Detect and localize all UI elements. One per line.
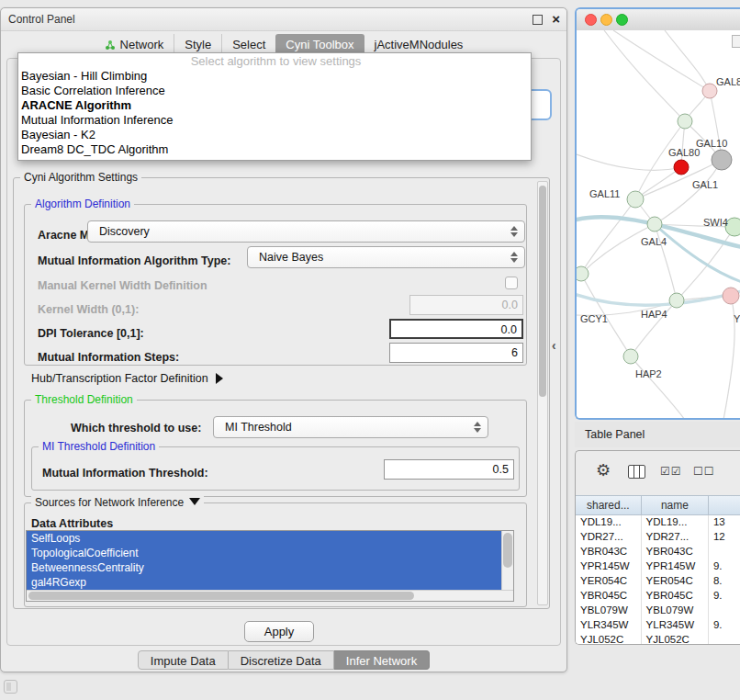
select-all-checkboxes-icon[interactable]: ☑☑ bbox=[660, 465, 682, 478]
algorithm-option[interactable]: Mutual Information Inference bbox=[18, 113, 531, 128]
table-row[interactable]: YDR27...YDR27...12 bbox=[576, 530, 740, 545]
scrollbar-thumb[interactable] bbox=[503, 533, 512, 568]
threshold-definition-title: Threshold Definition bbox=[31, 393, 137, 406]
cell: YLR345W bbox=[576, 618, 642, 633]
network-node-green[interactable] bbox=[669, 293, 684, 308]
gear-icon[interactable]: ⚙ bbox=[596, 460, 611, 480]
settings-vertical-scrollbar[interactable] bbox=[537, 181, 548, 605]
algorithm-definition-title: Algorithm Definition bbox=[31, 198, 134, 210]
network-node-gray[interactable] bbox=[712, 150, 732, 170]
panel-collapse-chevron-icon[interactable]: ‹ bbox=[552, 338, 556, 353]
table-row[interactable]: YLR345WYLR345W9. bbox=[576, 618, 740, 633]
algorithm-option-selected[interactable]: ARACNE Algorithm bbox=[18, 98, 531, 113]
table-row[interactable]: YER054CYER054C8. bbox=[576, 574, 740, 589]
table-panel-window: ⚙ ☑☑ ☐☐ shared... name YDL19...YDL19...1… bbox=[575, 450, 740, 645]
network-node-green[interactable] bbox=[678, 114, 692, 129]
close-icon[interactable]: × bbox=[552, 11, 560, 27]
hub-section-toggle[interactable]: Hub/Transcription Factor Definition bbox=[31, 372, 223, 385]
table-row[interactable]: YBR043CYBR043C bbox=[576, 545, 740, 559]
attribute-list-horizontal-scrollbar[interactable] bbox=[27, 590, 513, 601]
table-panel-title: Table Panel bbox=[585, 428, 645, 441]
tab-impute-data[interactable]: Impute Data bbox=[138, 650, 229, 670]
attribute-list-vertical-scrollbar[interactable] bbox=[501, 531, 513, 590]
desktop: Control Panel × Network Style Select Cyn… bbox=[0, 0, 740, 700]
table-row[interactable]: YBL079WYBL079W bbox=[576, 604, 740, 618]
node-label: GAL11 bbox=[589, 188, 620, 199]
cell: 12 bbox=[709, 530, 740, 545]
zoom-traffic-light[interactable] bbox=[616, 14, 628, 26]
column-header-clipped[interactable] bbox=[709, 496, 740, 514]
aracne-mode-value: Discovery bbox=[88, 225, 507, 238]
mi-threshold-field[interactable]: 0.5 bbox=[384, 459, 514, 480]
algorithm-option[interactable]: Dream8 DC_TDC Algorithm bbox=[18, 142, 531, 157]
table-row[interactable]: YBR045CYBR045C9. bbox=[576, 589, 740, 604]
apply-button[interactable]: Apply bbox=[244, 621, 314, 642]
close-traffic-light[interactable] bbox=[585, 14, 597, 26]
control-panel-titlebar[interactable]: Control Panel × bbox=[1, 8, 566, 31]
manual-kernel-width-checkbox[interactable] bbox=[505, 277, 518, 289]
algorithm-option[interactable]: Basic Correlation Inference bbox=[18, 84, 531, 98]
dpi-tolerance-label: DPI Tolerance [0,1]: bbox=[38, 327, 144, 340]
network-icon bbox=[105, 40, 116, 53]
network-node-red[interactable] bbox=[674, 160, 689, 175]
node-label: GCY1 bbox=[580, 313, 608, 324]
column-header-shared-name[interactable]: shared... bbox=[576, 496, 642, 514]
canvas-scrollbar-stub[interactable] bbox=[732, 35, 740, 48]
table-row[interactable]: YPR145WYPR145W9. bbox=[576, 559, 740, 574]
network-view-window: GAL8 GAL80 GAL10 GAL11 GAL1 SWI4 GAL4 GC… bbox=[575, 7, 740, 420]
attribute-item-selected[interactable]: TopologicalCoefficient bbox=[27, 546, 501, 560]
which-threshold-combobox[interactable]: MI Threshold bbox=[213, 416, 488, 438]
cell: YBR043C bbox=[576, 545, 642, 559]
tab-discretize-data[interactable]: Discretize Data bbox=[229, 650, 334, 670]
network-node-pink[interactable] bbox=[723, 288, 739, 304]
mi-steps-label: Mutual Information Steps: bbox=[38, 351, 179, 364]
dpi-tolerance-field[interactable]: 0.0 bbox=[389, 319, 523, 339]
which-threshold-label: Which threshold to use: bbox=[71, 422, 201, 435]
deselect-all-checkboxes-icon[interactable]: ☐☐ bbox=[693, 465, 715, 478]
columns-icon[interactable] bbox=[628, 465, 645, 479]
scrollbar-thumb[interactable] bbox=[539, 186, 546, 397]
network-node-green[interactable] bbox=[623, 349, 638, 364]
mi-threshold-label: Mutual Information Threshold: bbox=[42, 467, 208, 480]
minimized-panel-icon[interactable] bbox=[4, 680, 17, 694]
algorithm-option[interactable]: Bayesian - Hill Climbing bbox=[18, 69, 531, 84]
cell: YER054C bbox=[642, 574, 709, 589]
window-title: Control Panel bbox=[8, 13, 75, 26]
network-node-pink[interactable] bbox=[702, 84, 717, 98]
mi-algorithm-type-combobox[interactable]: Naive Bayes bbox=[247, 246, 525, 268]
data-attributes-label: Data Attributes bbox=[31, 517, 113, 530]
scrollbar-thumb[interactable] bbox=[28, 592, 414, 600]
tab-label: Cyni Toolbox bbox=[286, 38, 353, 51]
table-panel-header-bar: Table Panel bbox=[575, 422, 740, 447]
network-window-titlebar[interactable] bbox=[577, 9, 740, 31]
manual-kernel-width-label: Manual Kernel Width Definition bbox=[38, 279, 207, 292]
cell: YPR145W bbox=[642, 559, 709, 574]
network-canvas[interactable]: GAL8 GAL80 GAL10 GAL11 GAL1 SWI4 GAL4 GC… bbox=[577, 30, 740, 418]
cell: YJL052C bbox=[576, 633, 642, 645]
table-row[interactable]: YJL052CYJL052C bbox=[576, 633, 740, 645]
sources-group-title: Sources for Network Inference bbox=[35, 496, 184, 509]
float-window-icon[interactable] bbox=[533, 15, 543, 25]
mi-steps-field[interactable]: 6 bbox=[389, 343, 523, 363]
column-header-name[interactable]: name bbox=[642, 496, 710, 514]
cell: 8. bbox=[709, 574, 740, 589]
cell: 9. bbox=[709, 618, 740, 633]
aracne-mode-combobox[interactable]: Discovery bbox=[87, 220, 525, 243]
combo-arrows-icon bbox=[507, 226, 521, 237]
algorithm-option[interactable]: Bayesian - K2 bbox=[18, 128, 531, 142]
kernel-width-field[interactable]: 0.0 bbox=[409, 295, 523, 315]
node-label: Y bbox=[734, 313, 740, 324]
network-node-green[interactable] bbox=[627, 191, 644, 208]
tab-infer-network[interactable]: Infer Network bbox=[334, 650, 430, 670]
attribute-item-selected[interactable]: BetweennessCentrality bbox=[27, 560, 501, 575]
cell: YBR043C bbox=[642, 545, 709, 559]
network-node-green[interactable] bbox=[577, 266, 589, 281]
attribute-item-selected[interactable]: SelfLoops bbox=[27, 531, 501, 546]
network-node-green[interactable] bbox=[647, 217, 662, 231]
table-row[interactable]: YDL19...YDL19...13 bbox=[576, 515, 740, 530]
minimize-traffic-light[interactable] bbox=[600, 14, 612, 26]
sources-group-toggle[interactable]: Sources for Network Inference bbox=[31, 496, 204, 509]
network-graph: GAL8 GAL80 GAL10 GAL11 GAL1 SWI4 GAL4 GC… bbox=[577, 30, 740, 418]
tab-label: jActiveMNodules bbox=[375, 38, 464, 51]
attribute-item-selected[interactable]: gal4RGexp bbox=[27, 575, 501, 590]
